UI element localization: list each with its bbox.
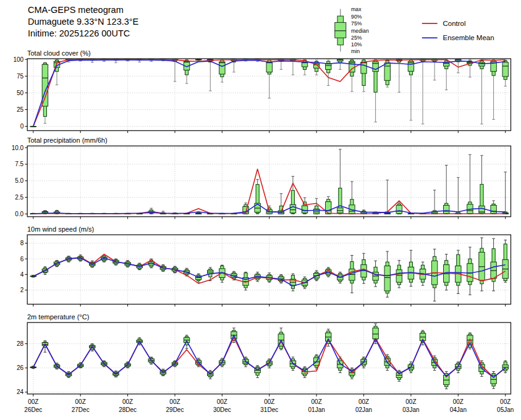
svg-text:median: median xyxy=(351,28,369,34)
svg-text:6: 6 xyxy=(20,256,24,262)
svg-text:2m temperature (°C): 2m temperature (°C) xyxy=(27,313,89,321)
svg-text:8: 8 xyxy=(20,240,24,246)
svg-text:01Jan: 01Jan xyxy=(308,406,325,413)
svg-text:28Dec: 28Dec xyxy=(119,406,137,413)
svg-text:29Dec: 29Dec xyxy=(166,406,184,413)
svg-text:26: 26 xyxy=(17,364,24,371)
svg-text:4: 4 xyxy=(20,271,24,278)
svg-text:30Dec: 30Dec xyxy=(213,406,231,413)
svg-text:10.0: 10.0 xyxy=(12,145,24,151)
svg-text:05Jan: 05Jan xyxy=(497,406,514,413)
svg-text:28: 28 xyxy=(17,340,24,347)
svg-text:10m wind speed (m/s): 10m wind speed (m/s) xyxy=(27,225,94,233)
svg-text:75%: 75% xyxy=(351,20,362,27)
svg-text:Control: Control xyxy=(443,20,466,27)
svg-text:90%: 90% xyxy=(351,14,362,20)
svg-text:00Z: 00Z xyxy=(75,398,86,405)
svg-text:Dumaguete 9.33°N 123.3°E: Dumaguete 9.33°N 123.3°E xyxy=(28,17,139,27)
svg-text:Initime: 20251226 00UTC: Initime: 20251226 00UTC xyxy=(28,28,130,38)
svg-text:7.5: 7.5 xyxy=(15,161,23,167)
svg-text:5.0: 5.0 xyxy=(15,177,23,184)
svg-text:00Z: 00Z xyxy=(453,398,464,405)
svg-text:min: min xyxy=(351,48,360,54)
svg-text:Total precipitation (mm/6h): Total precipitation (mm/6h) xyxy=(27,136,108,144)
svg-text:00Z: 00Z xyxy=(169,398,180,405)
svg-text:04Jan: 04Jan xyxy=(450,406,467,413)
svg-text:Total cloud cover (%): Total cloud cover (%) xyxy=(27,49,91,57)
svg-text:00Z: 00Z xyxy=(122,398,133,405)
svg-text:100: 100 xyxy=(14,56,24,63)
svg-text:2: 2 xyxy=(20,287,24,293)
svg-text:max: max xyxy=(351,6,362,12)
svg-text:0: 0 xyxy=(20,123,24,130)
svg-text:26Dec: 26Dec xyxy=(24,406,42,413)
svg-text:00Z: 00Z xyxy=(311,398,322,405)
svg-text:50: 50 xyxy=(17,90,24,96)
svg-text:0.0: 0.0 xyxy=(15,211,23,217)
svg-text:31Dec: 31Dec xyxy=(260,406,278,413)
svg-text:00Z: 00Z xyxy=(358,398,369,405)
svg-text:03Jan: 03Jan xyxy=(402,406,419,413)
svg-text:25%: 25% xyxy=(351,35,362,41)
svg-text:24: 24 xyxy=(17,388,24,395)
svg-text:00Z: 00Z xyxy=(264,398,274,405)
svg-text:00Z: 00Z xyxy=(217,398,227,405)
svg-text:00Z: 00Z xyxy=(28,398,38,405)
svg-text:27Dec: 27Dec xyxy=(72,406,90,413)
svg-text:CMA-GEPS meteogram: CMA-GEPS meteogram xyxy=(28,5,124,15)
svg-text:00Z: 00Z xyxy=(405,398,416,405)
svg-text:00Z: 00Z xyxy=(500,398,510,405)
svg-text:25: 25 xyxy=(17,106,24,113)
svg-text:10%: 10% xyxy=(351,41,362,48)
svg-text:02Jan: 02Jan xyxy=(355,406,372,413)
svg-text:Ensemble Mean: Ensemble Mean xyxy=(443,34,494,41)
svg-text:75: 75 xyxy=(17,73,24,80)
svg-text:2.5: 2.5 xyxy=(15,194,23,201)
